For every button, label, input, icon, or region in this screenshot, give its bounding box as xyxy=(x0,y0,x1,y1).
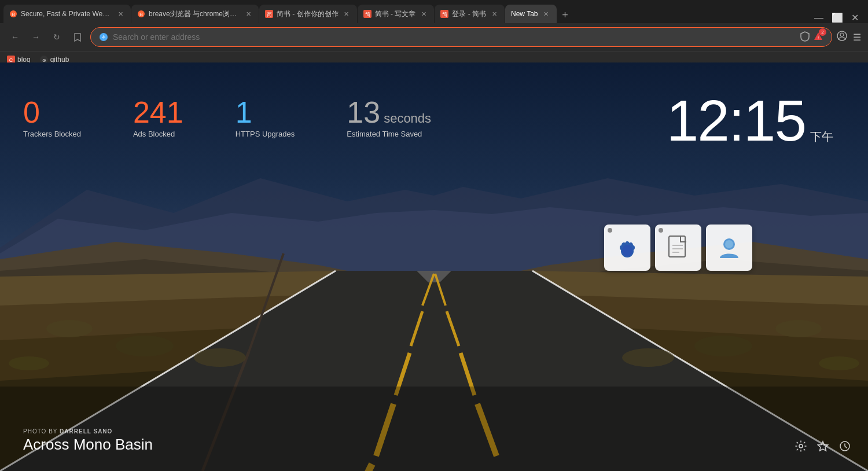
tab-5-close[interactable]: ✕ xyxy=(490,9,499,19)
svg-text:!: ! xyxy=(818,35,819,41)
tab-5-favicon: 简 xyxy=(440,10,448,18)
svg-point-49 xyxy=(46,320,93,337)
svg-text:B: B xyxy=(12,12,15,17)
tab-bar: B Secure, Fast & Private Web ... ✕ B bre… xyxy=(0,0,868,23)
ads-blocked-label: Ads Blocked xyxy=(133,130,183,138)
svg-point-14 xyxy=(840,33,844,36)
svg-point-73 xyxy=(725,240,733,248)
tab-6-title: New Tab xyxy=(511,10,538,18)
trackers-blocked-label: Trackers Blocked xyxy=(23,130,81,138)
back-button[interactable]: ← xyxy=(7,29,23,45)
time-saved-stat: 13 seconds Estimated Time Saved xyxy=(347,97,431,138)
svg-point-54 xyxy=(694,336,752,356)
time-saved-unit: seconds xyxy=(384,111,431,126)
photo-credit: PHOTO BY DARRELL SANO Across Mono Basin xyxy=(23,428,153,454)
speed-dial-profile[interactable] xyxy=(706,225,752,271)
svg-point-74 xyxy=(799,444,803,448)
time-saved-display: 13 seconds xyxy=(347,97,431,127)
browser-chrome: B Secure, Fast & Private Web ... ✕ B bre… xyxy=(0,0,868,62)
tab-1-title: Secure, Fast & Private Web ... xyxy=(21,10,112,18)
tab-2-favicon: B xyxy=(137,10,145,18)
svg-text:⚘: ⚘ xyxy=(101,35,106,41)
photo-title: Across Mono Basin xyxy=(23,436,153,454)
svg-point-58 xyxy=(608,228,612,233)
https-upgrades-number: 1 xyxy=(236,97,295,127)
speed-dial-baidu[interactable] xyxy=(604,225,650,271)
svg-text:C: C xyxy=(9,57,13,63)
time-saved-number: 13 xyxy=(347,97,380,127)
svg-text:简: 简 xyxy=(267,12,272,17)
clock-time: 12:15 xyxy=(667,91,806,149)
tab-2[interactable]: B breave浏览器 与chrome浏览... ✕ xyxy=(131,5,259,23)
svg-text:B: B xyxy=(139,12,143,17)
tab-1-favicon: B xyxy=(9,10,17,18)
bottom-right-icons xyxy=(795,440,851,455)
svg-point-56 xyxy=(622,348,674,367)
clock-ampm: 下午 xyxy=(810,129,833,145)
dial-pin-1 xyxy=(606,227,613,234)
https-upgrades-label: HTTPS Upgrades xyxy=(236,130,295,138)
tab-4-favicon: 简 xyxy=(363,10,372,18)
svg-point-51 xyxy=(9,356,49,370)
tab-3-title: 简书 - 创作你的创作 xyxy=(277,9,339,19)
svg-marker-75 xyxy=(818,441,828,451)
speed-dials xyxy=(604,225,752,271)
minimize-button[interactable]: — xyxy=(814,13,823,23)
tab-6-newtab[interactable]: New Tab ✕ xyxy=(505,5,556,23)
photo-by-label: PHOTO BY DARRELL SANO xyxy=(23,428,153,435)
trackers-blocked-number: 0 xyxy=(23,97,81,127)
svg-point-53 xyxy=(775,320,822,337)
tab-1-close[interactable]: ✕ xyxy=(116,9,125,19)
tab-3-close[interactable]: ✕ xyxy=(342,9,351,19)
shield-icon[interactable] xyxy=(800,31,810,43)
tab-1[interactable]: B Secure, Fast & Private Web ... ✕ xyxy=(3,5,131,23)
tab-4-close[interactable]: ✕ xyxy=(419,9,428,19)
tab-4[interactable]: 简 简书 - 写文章 ✕ xyxy=(358,5,435,23)
alert-badge: 2 xyxy=(819,28,826,36)
address-bar: ← → ↻ ⚘ ! 2 ☰ xyxy=(0,23,868,51)
tab-3[interactable]: 简 简书 - 创作你的创作 ✕ xyxy=(259,5,357,23)
time-saved-label: Estimated Time Saved xyxy=(347,130,431,138)
svg-point-55 xyxy=(819,356,859,370)
new-tab-page: 0 Trackers Blocked 241 Ads Blocked 1 HTT… xyxy=(0,62,868,471)
svg-point-50 xyxy=(116,336,174,356)
tab-3-favicon: 简 xyxy=(265,10,273,18)
dial-pin-2 xyxy=(657,227,664,234)
svg-point-67 xyxy=(659,228,663,233)
url-favicon: ⚘ xyxy=(99,32,108,42)
menu-icon[interactable]: ☰ xyxy=(853,32,861,43)
maximize-button[interactable]: ⬜ xyxy=(832,12,843,23)
new-tab-button[interactable]: + xyxy=(557,7,573,23)
bookmark-button[interactable] xyxy=(69,29,86,45)
favorites-icon[interactable] xyxy=(817,440,829,455)
speed-dial-document[interactable] xyxy=(655,225,701,271)
tab-2-close[interactable]: ✕ xyxy=(244,9,253,19)
history-icon[interactable] xyxy=(839,440,851,455)
close-window-button[interactable]: ✕ xyxy=(851,12,859,23)
alert-icon[interactable]: ! 2 xyxy=(813,31,823,43)
url-input[interactable] xyxy=(113,32,796,42)
tab-4-title: 简书 - 写文章 xyxy=(375,9,416,19)
clock: 12:15 下午 xyxy=(667,91,833,149)
settings-icon[interactable] xyxy=(795,440,807,455)
photographer-name: DARRELL SANO xyxy=(60,428,112,435)
svg-point-66 xyxy=(622,245,632,256)
svg-point-52 xyxy=(194,348,246,367)
right-icons: ☰ xyxy=(837,31,861,43)
tab-6-close[interactable]: ✕ xyxy=(542,9,551,19)
tab-5[interactable]: 简 登录 - 简书 ✕ xyxy=(435,5,505,23)
stats-panel: 0 Trackers Blocked 241 Ads Blocked 1 HTT… xyxy=(23,97,431,138)
svg-text:简: 简 xyxy=(442,12,447,17)
url-bar[interactable]: ⚘ ! 2 xyxy=(90,27,832,47)
profile-icon[interactable] xyxy=(837,31,847,43)
reload-button[interactable]: ↻ xyxy=(49,29,65,45)
url-actions: ! 2 xyxy=(800,31,823,43)
https-upgrades-stat: 1 HTTPS Upgrades xyxy=(236,97,295,138)
svg-rect-68 xyxy=(669,236,685,257)
window-controls: — ⬜ ✕ xyxy=(808,12,865,23)
ads-blocked-stat: 241 Ads Blocked xyxy=(133,97,183,138)
forward-button[interactable]: → xyxy=(28,29,44,45)
svg-text:简: 简 xyxy=(365,12,370,17)
ads-blocked-number: 241 xyxy=(133,97,183,127)
tab-2-title: breave浏览器 与chrome浏览... xyxy=(149,9,240,19)
